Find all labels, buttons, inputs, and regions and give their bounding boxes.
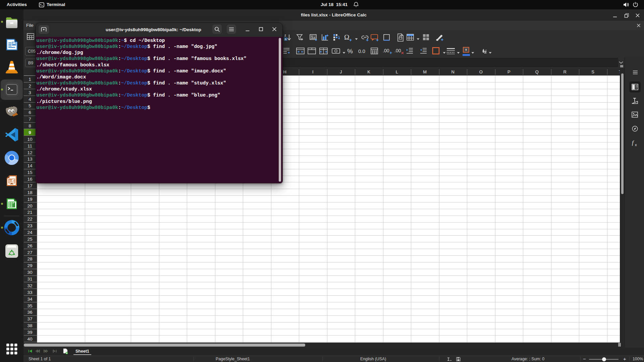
svg-text:.00: .00 [394, 48, 401, 53]
svg-text:a: a [285, 37, 287, 41]
svg-text:%: % [347, 48, 353, 55]
svg-text:0.0: 0.0 [358, 48, 365, 54]
svg-text:.00: .00 [383, 48, 389, 53]
svg-text:z: z [284, 34, 286, 37]
svg-text:Ω: Ω [344, 33, 350, 41]
